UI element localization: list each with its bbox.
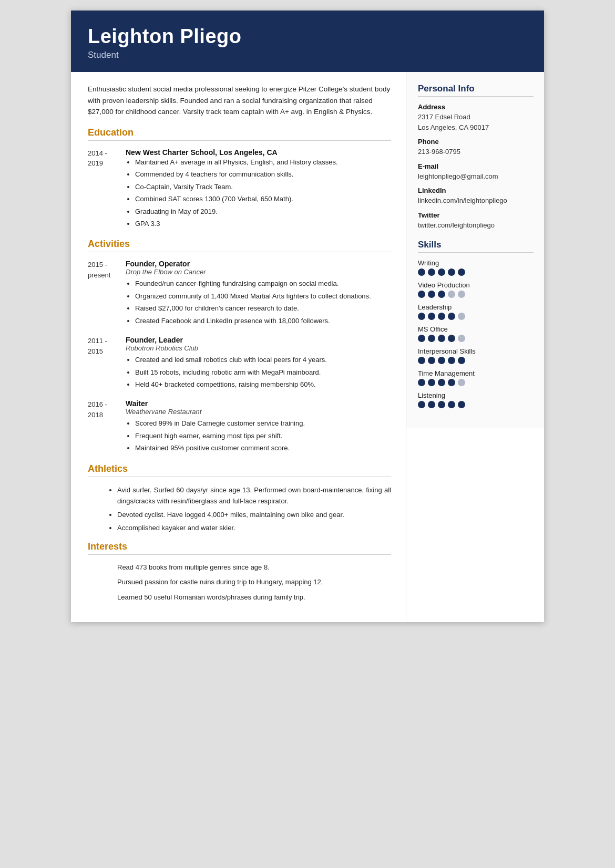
skill-name-5: Time Management <box>418 369 534 377</box>
summary-text: Enthusiastic student social media profes… <box>88 84 391 118</box>
skill-dot-3-0 <box>418 335 425 342</box>
education-bullet-0-3: Combined SAT scores 1300 (700 Verbal, 65… <box>135 193 391 204</box>
skill-dot-2-0 <box>418 313 425 320</box>
skill-item-6: Listening <box>418 391 534 408</box>
activity-bullets-0: Founded/run cancer-fighting fundraising … <box>126 278 391 326</box>
skill-dots-6 <box>418 401 534 408</box>
skill-dot-1-1 <box>428 291 435 298</box>
athletics-bullet-1: Devoted cyclist. Have logged 4,000+ mile… <box>117 509 391 520</box>
education-content-0: New West Charter School, Los Angeles, CA… <box>126 148 391 231</box>
linkedin-label: LinkedIn <box>418 187 534 194</box>
athletics-heading: Athletics <box>88 463 391 477</box>
skill-dot-4-3 <box>448 357 455 364</box>
activity-entry-2: 2016 - 2018 Waiter Weathervane Restauran… <box>88 399 391 454</box>
skill-item-5: Time Management <box>418 369 534 386</box>
education-bullets-0: Maintained A+ average in all Physics, En… <box>126 157 391 230</box>
activity-bullet-1-0: Created and led small robotics club with… <box>135 354 391 365</box>
education-title-0: New West Charter School, Los Angeles, CA <box>126 148 391 157</box>
activity-subtitle-2: Weathervane Restaurant <box>126 408 391 416</box>
skill-name-0: Writing <box>418 259 534 267</box>
skill-dot-6-3 <box>448 401 455 408</box>
interests-para-2: Learned 50 useful Romanian words/phrases… <box>117 592 391 603</box>
skill-item-2: Leadership <box>418 303 534 320</box>
skill-dots-3 <box>418 335 534 342</box>
skill-dots-2 <box>418 313 534 320</box>
skill-dots-4 <box>418 357 534 364</box>
linkedin-value: linkedin.com/in/leightonpliego <box>418 195 534 206</box>
education-entry-0: 2014 - 2019 New West Charter School, Los… <box>88 148 391 231</box>
education-dates-0: 2014 - 2019 <box>88 148 126 231</box>
skill-dots-0 <box>418 268 534 276</box>
activity-bullet-2-2: Maintained 95% positive customer comment… <box>135 442 391 453</box>
activity-bullets-1: Created and led small robotics club with… <box>126 354 391 390</box>
activity-content-0: Founder, Operator Drop the Elbow on Canc… <box>126 260 391 327</box>
resume-container: Leighton Pliego Student Enthusiastic stu… <box>71 11 544 622</box>
activity-bullets-2: Scored 99% in Dale Carnegie customer ser… <box>126 418 391 453</box>
skill-dot-4-1 <box>428 357 435 364</box>
skill-dots-1 <box>418 291 534 298</box>
skill-dot-1-3 <box>448 291 455 298</box>
skill-dot-4-0 <box>418 357 425 364</box>
skill-name-1: Video Production <box>418 281 534 289</box>
education-bullet-0-1: Commended by 4 teachers for communicatio… <box>135 169 391 180</box>
twitter-label: Twitter <box>418 211 534 219</box>
activity-bullet-0-0: Founded/run cancer-fighting fundraising … <box>135 278 391 289</box>
skill-dot-6-0 <box>418 401 425 408</box>
skill-item-4: Interpersonal Skills <box>418 347 534 364</box>
skill-dot-2-2 <box>438 313 445 320</box>
skill-dot-1-4 <box>458 291 465 298</box>
skill-name-2: Leadership <box>418 303 534 311</box>
skill-dot-1-2 <box>438 291 445 298</box>
skill-item-1: Video Production <box>418 281 534 298</box>
activity-bullet-1-1: Built 15 robots, including robotic arm w… <box>135 367 391 378</box>
skill-dot-3-2 <box>438 335 445 342</box>
skill-name-3: MS Office <box>418 325 534 333</box>
skill-dot-0-3 <box>448 268 455 276</box>
skill-dot-3-1 <box>428 335 435 342</box>
activity-bullet-2-1: Frequent high earner, earning most tips … <box>135 430 391 441</box>
skill-dot-3-3 <box>448 335 455 342</box>
skill-item-0: Writing <box>418 259 534 276</box>
skill-dot-1-0 <box>418 291 425 298</box>
activity-subtitle-0: Drop the Elbow on Cancer <box>126 268 391 276</box>
activities-section: Activities 2015 - present Founder, Opera… <box>88 239 391 454</box>
education-bullet-0-0: Maintained A+ average in all Physics, En… <box>135 157 391 168</box>
skill-item-3: MS Office <box>418 325 534 342</box>
skill-dot-4-4 <box>458 357 465 364</box>
phone-value: 213-968-0795 <box>418 147 534 157</box>
header-section: Leighton Pliego Student <box>71 11 544 72</box>
skill-dot-5-1 <box>428 379 435 386</box>
address-value: 2317 Edsel Road Los Angeles, CA 90017 <box>418 112 534 132</box>
education-bullet-0-2: Co-Captain, Varsity Track Team. <box>135 181 391 192</box>
activity-bullet-0-2: Raised $27,000 for children's cancer res… <box>135 303 391 314</box>
activity-bullet-1-2: Held 40+ bracketed competitions, raising… <box>135 379 391 390</box>
interests-section: Interests Read 473 books from multiple g… <box>88 541 391 603</box>
activity-title-1: Founder, Leader <box>126 336 391 344</box>
activity-title-0: Founder, Operator <box>126 260 391 268</box>
education-heading: Education <box>88 127 391 141</box>
skills-list: WritingVideo ProductionLeadershipMS Offi… <box>418 259 534 408</box>
activities-heading: Activities <box>88 239 391 252</box>
skill-dot-2-1 <box>428 313 435 320</box>
skill-dot-6-2 <box>438 401 445 408</box>
skill-dot-5-2 <box>438 379 445 386</box>
activity-bullet-2-0: Scored 99% in Dale Carnegie customer ser… <box>135 418 391 429</box>
personal-info-heading: Personal Info <box>418 84 534 97</box>
main-column: Enthusiastic student social media profes… <box>71 72 406 622</box>
skill-dot-3-4 <box>458 335 465 342</box>
education-section: Education 2014 - 2019 New West Charter S… <box>88 127 391 231</box>
activity-bullet-0-1: Organized community of 1,400 Mixed Marti… <box>135 291 391 302</box>
skill-dots-5 <box>418 379 534 386</box>
skill-dot-6-1 <box>428 401 435 408</box>
candidate-name: Leighton Pliego <box>88 25 527 48</box>
activity-content-2: Waiter Weathervane Restaurant Scored 99%… <box>126 399 391 454</box>
candidate-title: Student <box>88 50 527 60</box>
activity-entry-0: 2015 - present Founder, Operator Drop th… <box>88 260 391 327</box>
activity-content-1: Founder, Leader Robotron Robotics Club C… <box>126 336 391 391</box>
skill-dot-5-0 <box>418 379 425 386</box>
activity-dates-2: 2016 - 2018 <box>88 399 126 454</box>
skill-dot-2-4 <box>458 313 465 320</box>
interests-para-0: Read 473 books from multiple genres sinc… <box>117 562 391 573</box>
skill-dot-0-4 <box>458 268 465 276</box>
skill-dot-4-2 <box>438 357 445 364</box>
